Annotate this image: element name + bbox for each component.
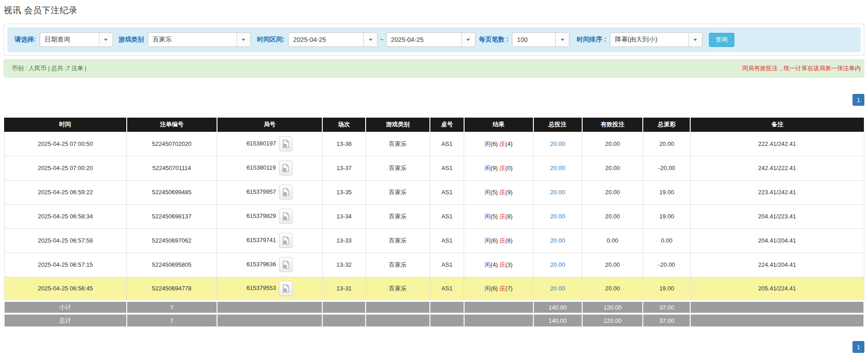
cell-table-no: AS1	[430, 277, 464, 301]
cell-bet-no: 522450702020	[127, 132, 217, 156]
cell-remark: 204.41/204.41	[690, 228, 864, 253]
banker-result-score: (7)	[506, 285, 513, 292]
banker-result-score: (0)	[506, 165, 513, 171]
cell-bet-no: 522450694778	[127, 277, 217, 301]
banker-result-label: 庄	[500, 140, 506, 147]
banker-result-score: (8)	[506, 213, 513, 220]
cell-bet-no: 522450695805	[127, 253, 217, 277]
player-result-label: 闲	[485, 285, 491, 292]
cell-round-no: 615379829	[217, 204, 323, 228]
table-header-row: 时间注单编号局号场次游戏类别桌号结果总投注有效投注总派彩备注	[4, 118, 864, 132]
cell-bet-no: 522450701114	[127, 156, 217, 180]
cell-time: 2025-04-25 06:57:58	[4, 228, 127, 253]
total-bet-link[interactable]: 20.00	[550, 237, 565, 244]
column-header-col-payout: 总派彩	[643, 118, 690, 132]
player-result-score: (9)	[491, 165, 500, 171]
query-type-select[interactable]: 日期查询	[40, 32, 113, 47]
video-replay-button[interactable]	[279, 257, 293, 272]
cell-round-no: 615379553	[217, 277, 323, 301]
subtotal-row-count: 7	[127, 301, 217, 314]
cell-table-no: AS1	[430, 132, 464, 156]
search-button[interactable]: 查询	[709, 33, 734, 47]
total-row-valid-bet: 120.00	[582, 314, 643, 326]
video-record-icon	[282, 140, 290, 148]
total-row-empty	[322, 314, 366, 326]
filter-strip: 请选择: 日期查询 游戏类别 百家乐 时间区间: 2025-04-25 ~ 20…	[7, 27, 861, 52]
column-header-col-round-no: 局号	[217, 118, 323, 132]
video-replay-button[interactable]	[279, 233, 293, 248]
banker-result-score: (9)	[506, 189, 513, 196]
cell-time: 2025-04-25 06:59:22	[4, 180, 127, 204]
total-row-empty	[217, 314, 323, 326]
table-row: 2025-04-25 06:57:58522450697062615379741…	[4, 228, 864, 253]
query-type-label: 请选择:	[15, 36, 36, 44]
pagination-page-1[interactable]: 1	[852, 341, 864, 353]
page-title: 视讯 会员下注纪录	[4, 5, 864, 16]
column-header-col-bet-no: 注单编号	[127, 118, 217, 132]
time-sort-select[interactable]: 降幂(由大到小)	[610, 32, 703, 47]
player-result-score: (5)	[491, 189, 500, 196]
member-bet-records-page: 视讯 会员下注纪录 请选择: 日期查询 游戏类别 百家乐 时间区间: 2025-…	[0, 0, 868, 357]
table-header: 时间注单编号局号场次游戏类别桌号结果总投注有效投注总派彩备注	[4, 118, 864, 132]
total-row-empty	[464, 314, 533, 326]
cell-result: 闲(5) 庄(9)	[464, 180, 533, 204]
video-replay-button[interactable]	[279, 185, 293, 200]
cell-total-bet: 20.00	[533, 132, 582, 156]
cell-result: 闲(4) 庄(3)	[464, 253, 533, 277]
column-header-col-valid-bet: 有效投注	[582, 118, 643, 132]
chevron-down-icon	[461, 33, 475, 47]
total-row-empty	[366, 314, 430, 326]
page-size-value: 100	[512, 33, 555, 47]
game-category-select[interactable]: 百家乐	[148, 32, 251, 47]
total-bet-link[interactable]: 20.00	[550, 140, 565, 147]
cell-payout: -20.00	[643, 156, 690, 180]
cell-result: 闲(6) 庄(6)	[464, 228, 533, 253]
video-replay-button[interactable]	[279, 136, 293, 151]
cell-result: 闲(6) 庄(7)	[464, 277, 533, 301]
cell-remark: 222.41/242.41	[690, 132, 864, 156]
banker-result-score: (6)	[506, 237, 513, 244]
player-result-label: 闲	[485, 261, 491, 268]
table-row: 2025-04-25 07:00:20522450701114615380119…	[4, 156, 864, 180]
date-from-select[interactable]: 2025-04-25	[288, 32, 377, 47]
cell-round-no: 615379636	[217, 253, 323, 277]
cell-session: 13-33	[322, 228, 366, 253]
total-bet-link[interactable]: 20.00	[550, 261, 565, 268]
time-sort-label: 时间排序 :	[577, 36, 606, 44]
total-bet-link[interactable]: 20.00	[550, 189, 565, 196]
cell-remark: 224.41/204.41	[690, 253, 864, 277]
cell-payout: 20.00	[643, 132, 690, 156]
video-replay-button[interactable]	[279, 281, 293, 296]
subtotal-row-empty	[217, 301, 323, 314]
banker-result-score: (3)	[506, 261, 513, 268]
total-bet-link[interactable]: 20.00	[550, 165, 565, 171]
cell-round-no: 615380119	[217, 156, 323, 180]
date-range-separator: ~	[380, 36, 383, 43]
cell-result: 闲(9) 庄(0)	[464, 156, 533, 180]
date-to-select[interactable]: 2025-04-25	[386, 32, 475, 47]
cell-table-no: AS1	[430, 156, 464, 180]
cell-payout: 19.00	[643, 180, 690, 204]
player-result-score: (6)	[491, 237, 500, 244]
player-result-score: (5)	[491, 213, 500, 220]
cell-remark: 205.41/224.41	[690, 277, 864, 301]
table-row: 2025-04-25 06:56:45522450694778615379553…	[4, 277, 864, 301]
cell-time: 2025-04-25 06:58:34	[4, 204, 127, 228]
video-replay-button[interactable]	[279, 209, 293, 224]
video-replay-button[interactable]	[279, 160, 293, 176]
total-bet-link[interactable]: 20.00	[550, 213, 565, 220]
total-bet-link[interactable]: 20.00	[550, 285, 565, 292]
game-category-label: 游戏类别	[119, 36, 144, 44]
cell-remark: 242.41/222.41	[690, 156, 864, 180]
cell-valid-bet: 20.00	[582, 204, 643, 228]
total-row: 总计7140.00120.0037.00	[4, 314, 864, 326]
video-record-icon	[282, 260, 290, 269]
round-no-text: 615379636	[246, 261, 276, 268]
cell-total-bet: 20.00	[533, 277, 582, 301]
cell-game-type: 百家乐	[366, 132, 430, 156]
page-size-select[interactable]: 100	[512, 32, 569, 47]
round-no-text: 615380119	[247, 164, 276, 171]
cell-valid-bet: 20.00	[582, 180, 643, 204]
pagination-page-1[interactable]: 1	[852, 94, 864, 106]
cell-valid-bet: 20.00	[582, 156, 643, 180]
